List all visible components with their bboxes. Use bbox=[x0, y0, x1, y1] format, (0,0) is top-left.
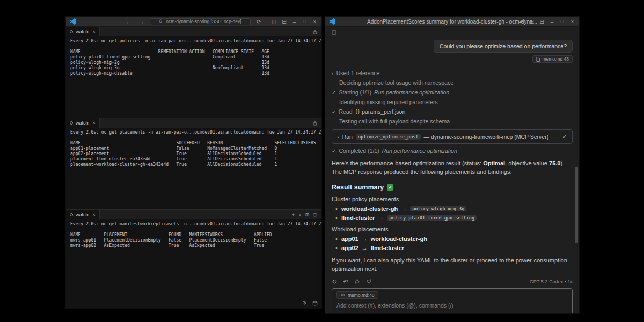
list-item: app01 → workload-cluster-gh bbox=[341, 236, 573, 242]
tab-watch-placements[interactable]: watch × bbox=[66, 118, 100, 128]
thumbs-down-icon[interactable] bbox=[366, 279, 372, 284]
arrow-right-icon: → bbox=[401, 206, 407, 212]
watch-process-icon bbox=[70, 30, 73, 33]
watch-host-time: ocmdev01.airan.localdomain: Tue Jan 27 1… bbox=[194, 130, 321, 135]
result-summary-heading: Result summary ✓ bbox=[332, 184, 573, 191]
terminal-output[interactable]: Every 2.0s: oc get manifestworkreplicase… bbox=[66, 219, 321, 308]
step-label: Starting (1/1) bbox=[339, 89, 371, 96]
app-name: app02 bbox=[341, 245, 358, 251]
step-label: Read bbox=[339, 108, 352, 115]
app-name: app01 bbox=[341, 236, 358, 242]
step-used-references[interactable]: › Used 1 reference bbox=[332, 70, 573, 77]
intro-text: Here's the performance-based optimizatio… bbox=[332, 160, 483, 166]
target-cluster: llmd-cluster bbox=[371, 245, 404, 251]
arrow-right-icon: → bbox=[378, 215, 384, 221]
step-label: Identifying missing required parameters bbox=[339, 99, 438, 106]
current-file-context-chip[interactable]: memo.md:48 bbox=[336, 291, 378, 299]
assistant-intro-paragraph: Here's the performance-based optimizatio… bbox=[332, 159, 573, 177]
layout-icon[interactable]: ⊞ bbox=[527, 19, 536, 25]
trash-icon[interactable] bbox=[313, 213, 317, 217]
copilot-chat-panel: Could you please optimize based on perfo… bbox=[325, 27, 579, 313]
step-read-file[interactable]: ✓ Read {} params_perf.json bbox=[332, 108, 573, 115]
step-label: Used 1 reference bbox=[336, 70, 380, 77]
new-terminal-icon[interactable]: + bbox=[292, 212, 295, 217]
placements-table: NAME SUCCEEDED REASON SELECTEDCLUSTERS a… bbox=[70, 141, 317, 167]
back-icon[interactable]: ← bbox=[124, 19, 133, 25]
refresh-icon[interactable]: ⟳ bbox=[254, 19, 264, 25]
maximize-icon[interactable]: □ bbox=[300, 19, 309, 24]
close-tab-icon[interactable]: × bbox=[93, 212, 96, 217]
step-deciding: Deciding optimize tool usage with namesp… bbox=[332, 79, 573, 86]
lock-icon[interactable] bbox=[313, 121, 317, 126]
command-center-search[interactable]: ocm-dynamic-scoring [SSH: ocp-dev] bbox=[150, 18, 251, 25]
tab-watch-manifestworks[interactable]: watch × bbox=[66, 210, 100, 219]
desktop: ← → ocm-dynamic-scoring [SSH: ocp-dev] ⟳… bbox=[0, 0, 644, 322]
split-editor-icon[interactable]: ◫ bbox=[269, 19, 279, 25]
toggle-panel-icon[interactable]: ⊟ bbox=[280, 19, 289, 25]
chat-input[interactable]: memo.md:48 Add context (#), extensions (… bbox=[332, 288, 573, 313]
bookmark-icon[interactable] bbox=[332, 30, 573, 36]
agent-progress-steps: › Used 1 reference Deciding optimize too… bbox=[332, 70, 573, 155]
dock-panel-icon[interactable]: ⊟ bbox=[537, 19, 546, 25]
split-terminal-icon[interactable]: ⊞ bbox=[305, 212, 309, 217]
close-icon[interactable]: × bbox=[568, 19, 577, 25]
left-titlebar: ← → ocm-dynamic-scoring [SSH: ocp-dev] ⟳… bbox=[66, 17, 321, 27]
forward-icon[interactable]: → bbox=[137, 19, 146, 25]
context-reference-label: memo.md:48 bbox=[542, 56, 569, 62]
step-label: Deciding optimize tool usage with namesp… bbox=[339, 79, 453, 86]
retry-icon[interactable]: ↻ bbox=[332, 279, 337, 285]
read-file-link[interactable]: {} params_perf.json bbox=[355, 108, 406, 115]
step-completed: ✓ Completed (1/1) Run performance optimi… bbox=[332, 148, 573, 155]
maximize-icon[interactable]: □ bbox=[558, 19, 567, 24]
list-item: workload-cluster-gh → policy-wlcgh-mig-3… bbox=[341, 206, 573, 212]
pane-tabbar: watch × bbox=[66, 118, 321, 128]
minimize-icon[interactable]: – bbox=[290, 19, 299, 25]
chat-window: AddonPlacementScores summary for workloa… bbox=[325, 16, 580, 314]
watch-process-icon bbox=[70, 121, 73, 125]
arrow-right-icon: → bbox=[362, 236, 368, 242]
context-reference-chip[interactable]: memo.md:48 bbox=[532, 55, 573, 63]
new-chat-icon[interactable]: + bbox=[517, 19, 526, 25]
workload-placements-label: Workload placements bbox=[332, 226, 573, 232]
search-icon bbox=[159, 19, 163, 24]
mcp-server-label: — dynamic-scoring-framework-mcp (MCP Ser… bbox=[424, 134, 549, 140]
layers-icon[interactable] bbox=[312, 301, 318, 306]
mcp-tool-call-row[interactable]: › Ran optimize_optimize_post — dynamic-s… bbox=[332, 129, 573, 144]
read-file-name: params_perf.json bbox=[362, 108, 405, 115]
close-tab-icon[interactable]: × bbox=[93, 29, 96, 34]
cluster-placements-label: Cluster policy placements bbox=[332, 196, 573, 202]
step-identifying: Identifying missing required parameters bbox=[332, 99, 573, 106]
terminal-output[interactable]: Every 2.0s: oc get placements -n ai-ran-… bbox=[66, 128, 321, 209]
chat-input-placeholder[interactable]: Add context (#), extensions (@), command… bbox=[336, 302, 568, 309]
minimize-icon[interactable]: – bbox=[547, 19, 557, 25]
step-label: Testing call with full payload despite s… bbox=[339, 118, 450, 125]
pane-tabbar: watch × + ∨ ⊞ bbox=[66, 210, 321, 219]
terminal-pane-manifestworks: watch × + ∨ ⊞ Every 2.0s: oc get mani bbox=[66, 209, 321, 308]
undo-icon[interactable]: ↶ bbox=[343, 279, 348, 285]
thumbs-up-icon[interactable] bbox=[354, 279, 360, 284]
step-detail: Run performance optimization bbox=[374, 89, 449, 96]
tab-watch-policies[interactable]: watch × bbox=[66, 27, 100, 36]
model-usage-info: GPT-5.2-Codex • 1x bbox=[530, 279, 573, 284]
terminal-dropdown-icon[interactable]: ∨ bbox=[298, 213, 301, 217]
terminal-output[interactable]: Every 2.0s: oc get policies -n ai-ran-pa… bbox=[66, 36, 321, 118]
close-icon[interactable]: × bbox=[310, 19, 319, 25]
lock-icon[interactable] bbox=[313, 30, 317, 34]
zoom-icon[interactable] bbox=[302, 301, 308, 306]
split-editor-icon[interactable]: ◫ bbox=[507, 19, 516, 25]
workload-placements-list: app01 → workload-cluster-gh app02 → llmd… bbox=[332, 236, 573, 251]
file-icon bbox=[536, 57, 540, 62]
close-tab-icon[interactable]: × bbox=[93, 120, 96, 126]
check-icon: ✓ bbox=[332, 108, 336, 115]
watch-host-time: ocmdev01.airan.localdomain: Tue Jan 27 1… bbox=[194, 39, 321, 44]
watch-command: Every 2.0s: oc get manifestworkreplicase… bbox=[70, 222, 194, 227]
tab-label: watch bbox=[76, 212, 89, 217]
cluster-name: workload-cluster-gh bbox=[341, 206, 398, 212]
policies-table: NAME REMEDIATION ACTION COMPLIANCE STATE… bbox=[70, 49, 317, 76]
terminal-pane-policies: watch × Every 2.0s: oc get policies -n a… bbox=[66, 27, 321, 118]
vscode-logo-icon bbox=[329, 18, 335, 25]
tab-label: watch bbox=[76, 120, 89, 126]
list-item: app02 → llmd-cluster bbox=[341, 245, 573, 251]
scrollbar[interactable] bbox=[575, 167, 578, 243]
response-actions: ↻ ↶ GPT-5.2-Codex • 1x bbox=[332, 279, 573, 285]
